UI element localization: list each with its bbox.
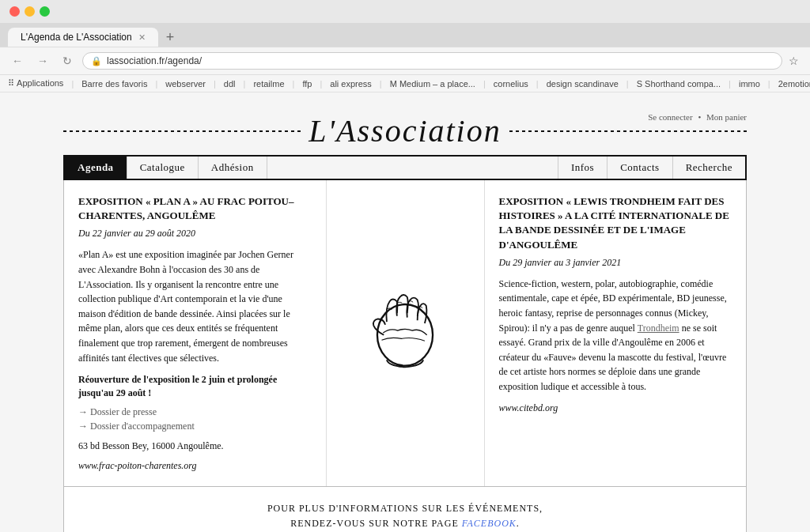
expo-right-text: Science-fiction, western, polar, autobio… bbox=[499, 277, 732, 394]
bookmark-star-icon[interactable]: ☆ bbox=[789, 55, 799, 67]
expo-left-text: «Plan A» est une exposition imaginée par… bbox=[78, 247, 312, 365]
expo-right-title: EXPOSITION « LEWIS TRONDHEIM FAIT DES HI… bbox=[499, 194, 732, 252]
info-text-line1: POUR PLUS D'INFORMATIONS SUR LES ÉVÉNEME… bbox=[78, 501, 732, 516]
nav-agenda[interactable]: Agenda bbox=[65, 157, 127, 179]
bookmark-immo[interactable]: immo bbox=[739, 79, 760, 89]
tab-bar: L'Agenda de L'Association ✕ + bbox=[0, 23, 810, 47]
svg-point-0 bbox=[377, 304, 433, 366]
traffic-lights bbox=[9, 6, 50, 17]
expo-left-dates: Du 22 janvier au 29 août 2020 bbox=[78, 228, 312, 240]
login-link[interactable]: Se connecter bbox=[648, 112, 693, 122]
new-tab-button[interactable]: + bbox=[161, 29, 180, 46]
bookmark-ddl[interactable]: ddl bbox=[224, 79, 236, 89]
url-text: lassociation.fr/agenda/ bbox=[107, 55, 774, 66]
expo-right-dates: Du 29 janvier au 3 janvier 2021 bbox=[499, 257, 732, 269]
nav-catalogue[interactable]: Catalogue bbox=[127, 157, 199, 179]
nav-recherche[interactable]: Recherche bbox=[673, 157, 745, 179]
nav-adhesion[interactable]: Adhésion bbox=[199, 157, 267, 179]
main-navigation: Agenda Catalogue Adhésion Infos Contacts… bbox=[63, 155, 747, 180]
expo-link-dossier-accompagnement[interactable]: Dossier d'accompagnement bbox=[78, 421, 312, 432]
trondheim-link[interactable]: Trondheim bbox=[638, 323, 679, 334]
expo-left-links: Dossier de presse Dossier d'accompagneme… bbox=[78, 406, 312, 432]
expo-right-website[interactable]: www.citebd.org bbox=[499, 402, 732, 414]
bookmark-ffp[interactable]: ffp bbox=[302, 79, 312, 89]
bookmark-retailme[interactable]: retailme bbox=[253, 79, 284, 89]
separator: • bbox=[698, 112, 703, 122]
top-links: Se connecter • Mon panier bbox=[648, 112, 747, 122]
expo-left-title: EXPOSITION « PLAN A » AU FRAC POITOU–CHA… bbox=[78, 194, 312, 223]
expo-left-website[interactable]: www.frac-poiton-charentes.org bbox=[78, 460, 312, 472]
active-tab[interactable]: L'Agenda de L'Association ✕ bbox=[8, 28, 158, 47]
site-logo[interactable]: L'Association bbox=[308, 112, 501, 149]
expo-link-dossier-presse[interactable]: Dossier de presse bbox=[78, 406, 312, 418]
bookmark-apps[interactable]: ⠿ Applications bbox=[8, 78, 63, 89]
logo-container: L'Association bbox=[63, 112, 747, 149]
minimize-button[interactable] bbox=[25, 6, 35, 17]
right-border bbox=[509, 130, 747, 132]
close-button[interactable] bbox=[9, 6, 20, 17]
exhibition-left: EXPOSITION « PLAN A » AU FRAC POITOU–CHA… bbox=[64, 180, 327, 486]
tab-close-icon[interactable]: ✕ bbox=[138, 32, 146, 43]
address-bar[interactable]: 🔒 lassociation.fr/agenda/ bbox=[82, 52, 782, 70]
facebook-link[interactable]: FACEBOOK bbox=[462, 518, 517, 529]
expo-left-highlight: Réouverture de l'exposition le 2 juin et… bbox=[78, 373, 312, 400]
bookmark-shorthand[interactable]: S Shorthand compa... bbox=[637, 79, 721, 89]
navigation-bar: ← → ↻ 🔒 lassociation.fr/agenda/ ☆ bbox=[0, 47, 810, 75]
bookmark-barre[interactable]: Barre des favoris bbox=[81, 79, 147, 89]
browser-icons: ☆ bbox=[789, 55, 802, 67]
exhibition-illustration bbox=[327, 180, 485, 486]
title-bar bbox=[0, 0, 810, 23]
reload-button[interactable]: ↻ bbox=[59, 53, 76, 69]
bookmark-cornelius[interactable]: cornelius bbox=[494, 79, 528, 89]
hand-illustration bbox=[354, 285, 456, 380]
info-bar: POUR PLUS D'INFORMATIONS SUR LES ÉVÉNEME… bbox=[64, 486, 746, 532]
nav-contacts[interactable]: Contacts bbox=[608, 157, 673, 179]
content-area: EXPOSITION « PLAN A » AU FRAC POITOU–CHA… bbox=[63, 180, 747, 532]
expo-left-address: 63 bd Besson Bey, 16000 Angoulême. bbox=[78, 440, 312, 452]
bookmark-2emotions[interactable]: 2emotions bbox=[778, 79, 810, 89]
back-button[interactable]: ← bbox=[8, 53, 27, 69]
page-content: Se connecter • Mon panier L'Association … bbox=[0, 92, 810, 532]
maximize-button[interactable] bbox=[40, 6, 50, 17]
bookmark-webserver[interactable]: webserver bbox=[165, 79, 206, 89]
bookmark-aliexpress[interactable]: ali express bbox=[330, 79, 372, 89]
forward-button[interactable]: → bbox=[33, 53, 52, 69]
site-header: Se connecter • Mon panier L'Association bbox=[63, 104, 747, 153]
nav-infos[interactable]: Infos bbox=[558, 157, 608, 179]
lock-icon: 🔒 bbox=[91, 56, 102, 66]
cart-link[interactable]: Mon panier bbox=[706, 112, 747, 122]
bookmark-design[interactable]: design scandinave bbox=[547, 79, 619, 89]
left-border bbox=[63, 130, 301, 132]
exhibition-right: EXPOSITION « LEWIS TRONDHEIM FAIT DES HI… bbox=[485, 180, 747, 486]
info-text-line2: RENDEZ-VOUS SUR NOTRE PAGE FACEBOOK. bbox=[78, 516, 732, 531]
bookmarks-bar: ⠿ Applications | Barre des favoris | web… bbox=[0, 75, 810, 92]
bookmark-medium[interactable]: M Medium – a place... bbox=[390, 79, 475, 89]
exhibitions-grid: EXPOSITION « PLAN A » AU FRAC POITOU–CHA… bbox=[64, 180, 746, 486]
tab-title: L'Agenda de L'Association bbox=[21, 32, 132, 43]
browser-window: L'Agenda de L'Association ✕ + ← → ↻ 🔒 la… bbox=[0, 0, 810, 532]
